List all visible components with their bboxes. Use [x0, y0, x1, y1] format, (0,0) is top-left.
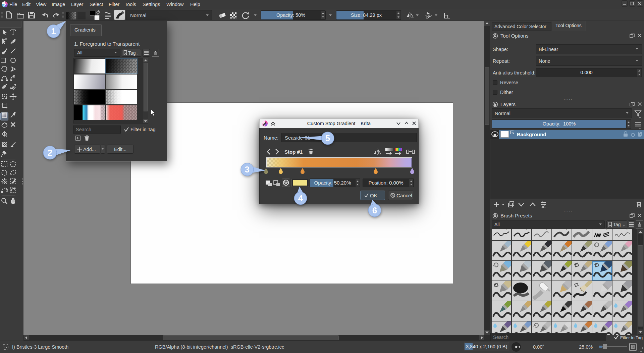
svg-text:5: 5: [325, 133, 330, 143]
svg-text:4: 4: [298, 193, 303, 203]
svg-text:2: 2: [48, 148, 52, 158]
svg-text:3: 3: [245, 164, 250, 174]
svg-text:6: 6: [372, 205, 377, 215]
svg-text:1: 1: [51, 26, 56, 36]
